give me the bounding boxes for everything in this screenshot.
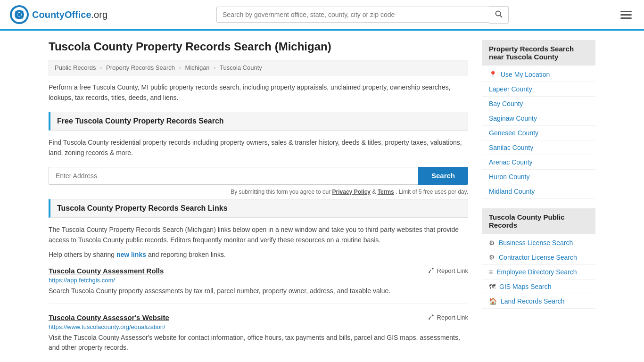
use-my-location-link[interactable]: Use My Location bbox=[501, 71, 550, 78]
sidebar-pub-item-1[interactable]: ⚙ Contractor License Search bbox=[482, 250, 595, 265]
county-link-0[interactable]: Lapeer County bbox=[489, 85, 532, 93]
link-item: Tuscola County Assessment Rolls Report L… bbox=[49, 267, 468, 304]
county-link-5[interactable]: Arenac County bbox=[489, 158, 533, 166]
breadcrumb-sep-3: › bbox=[214, 64, 215, 71]
link-item-header: Tuscola County Assessment Rolls Report L… bbox=[49, 267, 468, 275]
terms-link[interactable]: Terms bbox=[378, 189, 394, 195]
svg-point-7 bbox=[496, 11, 501, 16]
nearby-counties-container: Lapeer CountyBay CountySaginaw CountyGen… bbox=[482, 82, 595, 199]
sidebar-pub-item-2[interactable]: ≡ Employee Directory Search bbox=[482, 265, 595, 280]
pub-record-link-1[interactable]: Contractor License Search bbox=[499, 254, 577, 261]
report-link-1[interactable]: Report Link bbox=[427, 313, 468, 321]
sidebar-county-item-7[interactable]: Midland County bbox=[482, 184, 595, 199]
link-item-desc-1: Visit the Tuscola County Assessor's webs… bbox=[49, 333, 468, 353]
sidebar-public-records-section: Tuscola County Public Records ⚙ Business… bbox=[482, 208, 595, 309]
breadcrumb-public-records[interactable]: Public Records bbox=[55, 64, 96, 71]
form-note-text: By submitting this form you agree to our bbox=[231, 189, 330, 195]
form-limit-text: . Limit of 5 free uses per day. bbox=[396, 189, 468, 195]
breadcrumb: Public Records › Property Records Search… bbox=[49, 60, 468, 75]
breadcrumb-sep-2: › bbox=[179, 64, 181, 71]
sidebar-county-item-5[interactable]: Arenac County bbox=[482, 155, 595, 170]
sidebar-public-records-heading: Tuscola County Public Records bbox=[482, 208, 595, 234]
svg-point-6 bbox=[17, 13, 21, 16]
form-note: By submitting this form you agree to our… bbox=[49, 189, 468, 195]
free-search-desc: Find Tuscola County residential property… bbox=[49, 137, 468, 158]
breadcrumb-current: Tuscola County bbox=[220, 64, 262, 71]
county-link-1[interactable]: Bay County bbox=[489, 100, 523, 107]
location-pin-icon: 📍 bbox=[489, 71, 497, 78]
link-item-url-1: https://www.tuscolacounty.org/equalizati… bbox=[49, 323, 468, 330]
sidebar-nearby-section: Property Records Search near Tuscola Cou… bbox=[482, 40, 595, 199]
logo-ext: .org bbox=[91, 9, 107, 20]
link-item-title-0[interactable]: Tuscola County Assessment Rolls bbox=[49, 267, 164, 275]
share-suffix: and reporting broken links. bbox=[148, 251, 226, 258]
logo-icon bbox=[9, 5, 29, 25]
report-link-0[interactable]: Report Link bbox=[427, 267, 468, 274]
county-link-3[interactable]: Genesee County bbox=[489, 129, 538, 137]
sidebar-use-my-location[interactable]: 📍 Use My Location bbox=[482, 67, 595, 82]
link-item: Tuscola County Assessor's Website Report… bbox=[49, 313, 468, 360]
svg-point-10 bbox=[429, 318, 430, 320]
hamburger-line-2 bbox=[620, 14, 632, 16]
sidebar-pub-item-0[interactable]: ⚙ Business License Search bbox=[482, 236, 595, 250]
county-link-2[interactable]: Saginaw County bbox=[489, 115, 537, 122]
sidebar-county-item-0[interactable]: Lapeer County bbox=[482, 82, 595, 97]
share-line: Help others by sharing new links and rep… bbox=[49, 251, 468, 258]
link-item-header: Tuscola County Assessor's Website Report… bbox=[49, 313, 468, 321]
sidebar-county-item-2[interactable]: Saginaw County bbox=[482, 111, 595, 126]
content-area: Tuscola County Property Records Search (… bbox=[49, 40, 468, 362]
link-item-desc-0: Search Tuscola County property assessmen… bbox=[49, 286, 468, 296]
header-search-button[interactable] bbox=[489, 6, 509, 24]
link-item-url-0: https://app.fetchgis.com/ bbox=[49, 277, 468, 284]
breadcrumb-property-records-search[interactable]: Property Records Search bbox=[106, 64, 175, 71]
search-button[interactable]: Search bbox=[418, 167, 468, 185]
breadcrumb-sep-1: › bbox=[100, 64, 102, 71]
privacy-policy-link[interactable]: Privacy Policy bbox=[332, 189, 371, 195]
svg-point-9 bbox=[429, 272, 430, 273]
new-links-link[interactable]: new links bbox=[116, 251, 146, 258]
logo-county: CountyOffice bbox=[32, 9, 91, 20]
list-icon: ≡ bbox=[489, 268, 493, 276]
property-search-form: Search By submitting this form you agree… bbox=[49, 167, 468, 195]
wrench-icon bbox=[427, 313, 435, 321]
hamburger-line-3 bbox=[620, 17, 632, 19]
logo: CountyOffice.org bbox=[9, 5, 107, 25]
county-link-4[interactable]: Sanilac County bbox=[489, 144, 533, 151]
header-search-input[interactable] bbox=[216, 7, 489, 23]
sidebar-county-item-1[interactable]: Bay County bbox=[482, 97, 595, 111]
gear-icon: ⚙ bbox=[489, 254, 495, 261]
links-description: The Tuscola County Property Records Sear… bbox=[49, 224, 468, 246]
gear-icon: ⚙ bbox=[489, 239, 495, 247]
address-input[interactable] bbox=[49, 167, 418, 185]
search-icon bbox=[495, 10, 503, 18]
logo-wordmark: CountyOffice.org bbox=[32, 9, 107, 20]
link-items-container: Tuscola County Assessment Rolls Report L… bbox=[49, 267, 468, 360]
page-description: Perform a free Tuscola County, MI public… bbox=[49, 82, 468, 103]
header-search-area bbox=[216, 6, 509, 24]
sidebar-county-item-4[interactable]: Sanilac County bbox=[482, 140, 595, 155]
county-link-6[interactable]: Huron County bbox=[489, 173, 529, 181]
page-title: Tuscola County Property Records Search (… bbox=[49, 40, 468, 53]
sidebar-county-item-6[interactable]: Huron County bbox=[482, 170, 595, 184]
breadcrumb-michigan[interactable]: Michigan bbox=[185, 64, 210, 71]
county-link-7[interactable]: Midland County bbox=[489, 188, 535, 195]
sidebar-county-item-3[interactable]: Genesee County bbox=[482, 126, 595, 140]
pub-record-link-4[interactable]: Land Records Search bbox=[501, 297, 564, 305]
pub-record-link-2[interactable]: Employee Directory Search bbox=[496, 268, 577, 276]
hamburger-menu-button[interactable] bbox=[618, 8, 635, 22]
sidebar: Property Records Search near Tuscola Cou… bbox=[482, 40, 595, 362]
sidebar-pub-item-3[interactable]: 🗺 GIS Maps Search bbox=[482, 280, 595, 294]
site-header: CountyOffice.org bbox=[0, 0, 644, 31]
sidebar-pub-item-4[interactable]: 🏠 Land Records Search bbox=[482, 294, 595, 309]
home-icon: 🏠 bbox=[489, 297, 497, 305]
links-heading: Tuscola County Property Records Search L… bbox=[49, 199, 468, 218]
wrench-icon bbox=[427, 267, 435, 274]
sidebar-nearby-heading: Property Records Search near Tuscola Cou… bbox=[482, 40, 595, 66]
share-text: Help others by sharing bbox=[49, 251, 115, 258]
pub-record-link-3[interactable]: GIS Maps Search bbox=[499, 283, 552, 290]
pub-record-link-0[interactable]: Business License Search bbox=[499, 239, 573, 247]
svg-line-8 bbox=[500, 15, 503, 17]
link-item-title-1[interactable]: Tuscola County Assessor's Website bbox=[49, 313, 169, 321]
main-container: Tuscola County Property Records Search (… bbox=[39, 31, 605, 362]
public-records-container: ⚙ Business License Search ⚙ Contractor L… bbox=[482, 236, 595, 309]
